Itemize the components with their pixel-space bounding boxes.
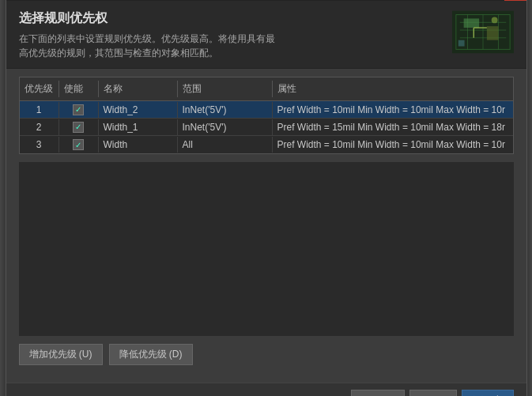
url-display: https://blog.csdn.net/weixin_51121425 bbox=[198, 390, 346, 396]
table-row[interactable]: 3 Width All Pref Width = 10mil Min Width… bbox=[20, 136, 513, 153]
cell-priority-3: 3 bbox=[20, 137, 59, 153]
table-row[interactable]: 2 Width_1 InNet('5V') Pref Width = 15mil… bbox=[20, 119, 513, 136]
header-title: 选择规则优先权 bbox=[19, 10, 440, 27]
checkbox-2[interactable] bbox=[73, 122, 84, 133]
header-description: 在下面的列表中设置规则优先级。优先级最高。将使用具有最高优先级的规则，其范围与检… bbox=[19, 32, 440, 60]
cell-enabled-1 bbox=[59, 102, 99, 118]
priority-table: 优先级 使能 名称 范围 属性 1 Width_2 InNet('5V') Pr… bbox=[19, 77, 514, 154]
cell-enabled-2 bbox=[59, 119, 99, 135]
col-header-enabled: 使能 bbox=[59, 81, 99, 97]
header-text-area: 选择规则优先权 在下面的列表中设置规则优先级。优先级最高。将使用具有最高优先级的… bbox=[19, 10, 440, 60]
dialog-header: 选择规则优先权 在下面的列表中设置规则优先级。优先级最高。将使用具有最高优先级的… bbox=[6, 1, 526, 69]
cell-name-1: Width_2 bbox=[99, 102, 178, 118]
action-buttons-area: 增加优先级 (U) 降低优先级 (D) bbox=[19, 344, 514, 365]
svg-point-10 bbox=[491, 17, 497, 23]
decrease-priority-button[interactable]: 降低优先级 (D) bbox=[109, 344, 193, 365]
dialog-footer: https://blog.csdn.net/weixin_51121425 Ca… bbox=[6, 383, 526, 396]
pcb-graphic-icon bbox=[452, 10, 514, 54]
cell-scope-3: All bbox=[178, 137, 273, 153]
checkbox-1[interactable] bbox=[73, 104, 84, 115]
cell-name-3: Width bbox=[99, 137, 178, 153]
cell-properties-1: Pref Width = 10mil Min Width = 10mil Max… bbox=[273, 102, 513, 118]
table-row[interactable]: 1 Width_2 InNet('5V') Pref Width = 10mil… bbox=[20, 101, 513, 119]
col-header-priority: 优先级 bbox=[20, 81, 59, 97]
cell-scope-1: InNet('5V') bbox=[178, 102, 273, 118]
cancel-button[interactable]: Cancel bbox=[351, 390, 404, 396]
header-icon-area bbox=[451, 10, 514, 60]
cell-priority-2: 2 bbox=[20, 119, 59, 135]
cell-enabled-3 bbox=[59, 137, 99, 153]
cell-scope-2: InNet('5V') bbox=[178, 119, 273, 135]
cell-name-2: Width_1 bbox=[99, 119, 178, 135]
close-button[interactable]: × bbox=[504, 0, 526, 1]
checkbox-3[interactable] bbox=[73, 139, 84, 150]
svg-rect-9 bbox=[486, 26, 498, 40]
col-header-name: 名称 bbox=[99, 81, 178, 97]
back-button[interactable]: Back bbox=[409, 390, 457, 396]
cell-properties-3: Pref Width = 10mil Min Width = 10mil Max… bbox=[273, 137, 513, 153]
col-header-scope: 范围 bbox=[178, 81, 273, 97]
svg-rect-8 bbox=[463, 18, 479, 28]
next-button[interactable]: 下一步 bbox=[462, 390, 514, 396]
cell-properties-2: Pref Width = 15mil Min Width = 10mil Max… bbox=[273, 119, 513, 135]
cell-priority-1: 1 bbox=[20, 102, 59, 118]
col-header-properties: 属性 bbox=[273, 81, 513, 97]
empty-space bbox=[19, 162, 514, 336]
increase-priority-button[interactable]: 增加优先级 (U) bbox=[19, 344, 103, 365]
title-bar: 新建规则向导 × bbox=[6, 0, 526, 1]
dialog-overlay: 新建规则向导 × 选择规则优先权 在下面的列表中设置规则优先级。优先级最高。将使… bbox=[0, 0, 532, 396]
dialog-window: 新建规则向导 × 选择规则优先权 在下面的列表中设置规则优先级。优先级最高。将使… bbox=[6, 0, 527, 396]
table-header-row: 优先级 使能 名称 范围 属性 bbox=[20, 77, 513, 101]
dialog-body: 优先级 使能 名称 范围 属性 1 Width_2 InNet('5V') Pr… bbox=[6, 69, 526, 383]
svg-rect-11 bbox=[458, 40, 464, 47]
